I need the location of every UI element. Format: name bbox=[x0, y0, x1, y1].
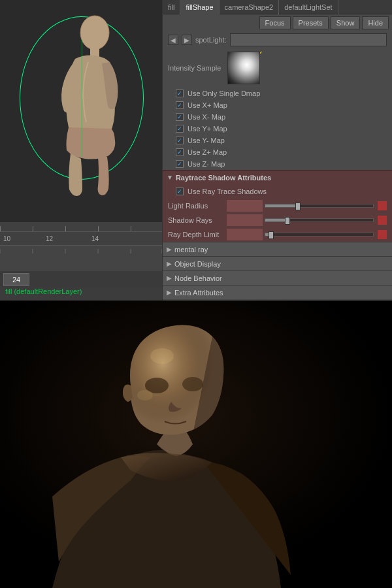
object-display-arrow: ▶ bbox=[167, 260, 172, 267]
shadow-rays-label: Shadow Rays bbox=[168, 216, 227, 224]
frame-input[interactable]: 24 bbox=[3, 273, 29, 286]
intensity-sample-wrapper: ↙ bbox=[227, 52, 260, 84]
mental-ray-section[interactable]: ▶ mental ray bbox=[163, 242, 392, 256]
checkbox-x-plus[interactable] bbox=[176, 101, 184, 109]
presets-button[interactable]: Presets bbox=[293, 16, 329, 29]
checkbox-single-dmap[interactable] bbox=[176, 90, 184, 97]
light-radius-input[interactable]: 200.000 bbox=[227, 200, 263, 212]
tab-camerashape2[interactable]: cameraShape2 bbox=[220, 0, 280, 14]
playbar bbox=[0, 245, 162, 271]
spotlight-row: ◀ ▶ spotLight: fillShape bbox=[163, 31, 392, 48]
checkbox-y-plus[interactable] bbox=[176, 125, 184, 133]
attribute-panel: fill fillShape cameraShape2 defaultLight… bbox=[162, 0, 392, 301]
light-radius-thumb[interactable] bbox=[295, 203, 301, 210]
viewport-bg bbox=[0, 0, 162, 222]
svg-point-11 bbox=[182, 377, 203, 391]
light-radius-reset-btn[interactable] bbox=[378, 201, 387, 210]
shadow-rays-reset-btn[interactable] bbox=[378, 216, 387, 225]
check-use-z-minus: Use Z- Map bbox=[163, 158, 392, 170]
spotlight-label: spotLight: bbox=[195, 36, 227, 44]
checkbox-section: Use Only Single Dmap Use X+ Map Use X- M… bbox=[163, 88, 392, 170]
svg-point-13 bbox=[137, 390, 153, 400]
checkbox-y-minus[interactable] bbox=[176, 137, 184, 144]
tab-fillshape[interactable]: fillShape bbox=[180, 0, 219, 14]
light-radius-slider-container: 200.000 bbox=[227, 200, 387, 212]
light-radius-fill bbox=[265, 204, 298, 207]
check-use-single-dmap: Use Only Single Dmap bbox=[163, 88, 392, 99]
intensity-label: Intensity Sample bbox=[168, 64, 221, 72]
timeline-ruler bbox=[0, 222, 162, 232]
svg-point-12 bbox=[150, 348, 174, 364]
svg-point-0 bbox=[80, 16, 109, 50]
spotlight-next-btn[interactable]: ▶ bbox=[182, 35, 192, 45]
node-behavior-arrow: ▶ bbox=[167, 274, 172, 282]
checkbox-z-minus[interactable] bbox=[176, 160, 184, 168]
show-button[interactable]: Show bbox=[331, 16, 361, 29]
render-svg bbox=[0, 301, 392, 588]
light-radius-label: Light Radius bbox=[168, 202, 227, 210]
shadow-rays-slider-container: 50 bbox=[227, 214, 387, 226]
shadow-rays-row: Shadow Rays 50 bbox=[163, 213, 392, 227]
ray-depth-reset-btn[interactable] bbox=[378, 230, 387, 239]
mental-ray-title: mental ray bbox=[174, 246, 208, 253]
extra-attributes-arrow: ▶ bbox=[167, 289, 172, 296]
figure-container bbox=[13, 7, 144, 203]
use-raytrace-checkbox[interactable] bbox=[176, 188, 184, 195]
hide-button[interactable]: Hide bbox=[362, 16, 389, 29]
object-display-title: Object Display bbox=[174, 260, 221, 268]
check-use-y-minus: Use Y- Map bbox=[163, 135, 392, 146]
viewport-label: fill (defaultRenderLayer) bbox=[5, 287, 82, 295]
intensity-row: Intensity Sample ↙ bbox=[163, 48, 392, 88]
render-view bbox=[0, 301, 392, 588]
checkbox-x-minus[interactable] bbox=[176, 113, 184, 121]
shadow-rays-track[interactable] bbox=[265, 218, 374, 222]
panel-header: Focus Presets Show Hide bbox=[163, 14, 392, 31]
timeline-numbers: 10 12 14 bbox=[0, 232, 162, 245]
ray-depth-limit-label: Ray Depth Limit bbox=[168, 231, 227, 238]
use-raytrace-row: Use Ray Trace Shadows bbox=[163, 184, 392, 199]
check-use-x-minus: Use X- Map bbox=[163, 111, 392, 123]
light-radius-row: Light Radius 200.000 bbox=[163, 199, 392, 213]
extra-attributes-title: Extra Attributes bbox=[174, 289, 223, 297]
timeline-num-mid1: 12 bbox=[46, 235, 53, 242]
light-radius-track[interactable] bbox=[265, 204, 374, 208]
timeline-num-start: 10 bbox=[3, 235, 10, 242]
use-raytrace-label: Use Ray Trace Shadows bbox=[188, 188, 267, 195]
spotlight-input[interactable]: fillShape bbox=[230, 33, 387, 46]
ray-depth-track[interactable] bbox=[265, 233, 374, 237]
checkbox-z-plus[interactable] bbox=[176, 148, 184, 156]
extra-attributes-section[interactable]: ▶ Extra Attributes bbox=[163, 285, 392, 299]
mental-ray-arrow: ▶ bbox=[167, 246, 172, 253]
attr-content[interactable]: Use Only Single Dmap Use X+ Map Use X- M… bbox=[163, 88, 392, 301]
node-behavior-title: Node Behavior bbox=[174, 274, 222, 282]
viewport-panel: 10 12 14 bbox=[0, 0, 162, 301]
ray-depth-thumb[interactable] bbox=[269, 231, 274, 239]
ray-depth-slider-container: 1 bbox=[227, 229, 387, 240]
tab-defaultlightset[interactable]: defaultLightSet bbox=[279, 0, 338, 14]
intensity-sample bbox=[227, 52, 260, 84]
ray-depth-input[interactable]: 1 bbox=[227, 229, 263, 240]
raytrace-section-arrow: ▼ bbox=[167, 174, 173, 181]
check-use-x-plus: Use X+ Map bbox=[163, 99, 392, 111]
figure-svg bbox=[39, 10, 144, 201]
node-behavior-section[interactable]: ▶ Node Behavior bbox=[163, 270, 392, 285]
shadow-rays-input[interactable]: 50 bbox=[227, 214, 263, 226]
frame-counter-row: 24 bbox=[0, 271, 162, 287]
timeline-num-mid2: 14 bbox=[91, 235, 99, 242]
ray-depth-limit-row: Ray Depth Limit 1 bbox=[163, 227, 392, 242]
check-use-z-plus: Use Z+ Map bbox=[163, 146, 392, 158]
green-line bbox=[82, 39, 82, 157]
tab-fill[interactable]: fill bbox=[163, 0, 180, 14]
check-use-y-plus: Use Y+ Map bbox=[163, 123, 392, 135]
raytrace-section-header[interactable]: ▼ Raytrace Shadow Attributes bbox=[163, 170, 392, 184]
shadow-rays-fill bbox=[265, 219, 287, 221]
focus-button[interactable]: Focus bbox=[259, 16, 291, 29]
raytrace-section-title: Raytrace Shadow Attributes bbox=[176, 174, 271, 182]
object-display-section[interactable]: ▶ Object Display bbox=[163, 256, 392, 270]
shadow-rays-thumb[interactable] bbox=[285, 217, 290, 225]
tab-bar: fill fillShape cameraShape2 defaultLight… bbox=[163, 0, 392, 14]
spotlight-prev-btn[interactable]: ◀ bbox=[168, 35, 178, 45]
